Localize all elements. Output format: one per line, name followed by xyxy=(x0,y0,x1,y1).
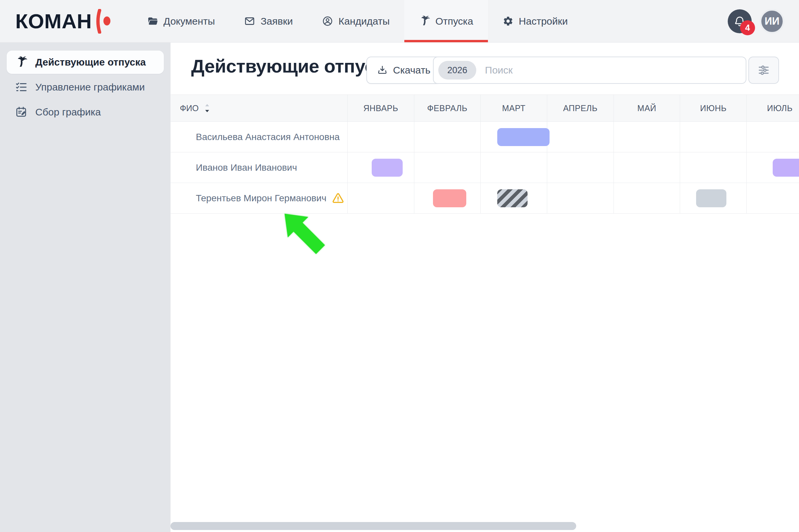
month-header: ЯНВАРЬ xyxy=(347,95,414,121)
top-actions: 4 ИИ xyxy=(728,0,784,42)
user-circle-icon xyxy=(322,16,333,26)
month-headers: ЯНВАРЬФЕВРАЛЬМАРТАПРЕЛЬМАЙИЮНЬИЮЛЬ xyxy=(347,95,799,121)
tab-documents[interactable]: Документы xyxy=(132,0,230,42)
download-button[interactable]: Скачать xyxy=(366,57,441,84)
main-nav: Документы Заявки Кандидаты xyxy=(132,0,582,42)
download-icon xyxy=(377,65,388,76)
avatar-initials: ИИ xyxy=(765,15,780,27)
page-title: Действующие отпуска xyxy=(191,56,394,77)
tab-label: Кандидаты xyxy=(339,16,390,27)
sidebar: Действующие отпуска Управление графиками… xyxy=(0,43,170,532)
sidebar-item-active-vacations[interactable]: Действующие отпуска xyxy=(7,51,164,74)
sidebar-item-label: Управление графиками xyxy=(35,81,145,93)
vacation-table: ФИО ЯНВАРЬФЕВРАЛЬМАРТАПРЕЛЬМАЙИЮНЬИЮЛЬ В… xyxy=(170,94,799,214)
folder-icon xyxy=(147,16,158,26)
tab-settings[interactable]: Настройки xyxy=(488,0,582,42)
sort-icon[interactable] xyxy=(203,103,211,113)
gear-icon xyxy=(503,16,513,26)
vacation-lane xyxy=(170,152,799,183)
vacation-lane xyxy=(170,122,799,152)
vacation-bar[interactable] xyxy=(696,189,726,207)
vacation-lane xyxy=(170,183,799,213)
palm-icon xyxy=(15,56,27,68)
month-header: МАЙ xyxy=(614,95,680,121)
schedule-edit-icon xyxy=(15,106,27,118)
month-header: ИЮНЬ xyxy=(680,95,746,121)
search-input[interactable] xyxy=(485,64,741,76)
vacation-bar[interactable] xyxy=(433,189,466,207)
sidebar-item-schedule-collection[interactable]: Сбор графика xyxy=(7,100,164,124)
notifications-button[interactable]: 4 xyxy=(728,9,752,33)
green-arrow-pointer xyxy=(279,208,329,258)
month-header: ИЮЛЬ xyxy=(746,95,799,121)
month-header: ФЕВРАЛЬ xyxy=(414,95,480,121)
filter-button[interactable] xyxy=(748,57,779,84)
brand-logo[interactable]: КОМАН xyxy=(15,0,113,42)
checklist-icon xyxy=(15,81,27,93)
year-filter-chip[interactable]: 2026 xyxy=(438,61,476,79)
tab-vacations[interactable]: Отпуска xyxy=(404,0,488,42)
vacation-bar[interactable] xyxy=(773,159,799,177)
app-window: КОМАН Документы Заявки xyxy=(0,0,799,532)
search-box: 2026 xyxy=(433,57,746,84)
table-row[interactable]: Иванов Иван Иванович xyxy=(170,152,799,183)
table-row[interactable]: Терентьев Мирон Германович xyxy=(170,183,799,214)
vacation-bar[interactable] xyxy=(497,189,528,207)
tab-label: Документы xyxy=(164,16,215,27)
horizontal-scrollbar-thumb[interactable] xyxy=(170,522,576,530)
brand-logo-text: КОМАН xyxy=(15,11,92,32)
vacation-bar[interactable] xyxy=(372,159,403,177)
avatar[interactable]: ИИ xyxy=(760,9,784,34)
notifications-badge: 4 xyxy=(740,20,755,35)
tab-label: Заявки xyxy=(260,16,293,27)
tab-label: Настройки xyxy=(519,16,568,27)
vacation-bar[interactable] xyxy=(497,128,549,146)
sliders-icon xyxy=(757,64,770,77)
envelope-icon xyxy=(244,16,255,26)
tab-label: Отпуска xyxy=(435,16,473,27)
name-column-header[interactable]: ФИО xyxy=(170,95,347,121)
sidebar-item-schedule-management[interactable]: Управление графиками xyxy=(7,76,164,99)
name-header-label: ФИО xyxy=(180,103,199,113)
table-header-row: ФИО ЯНВАРЬФЕВРАЛЬМАРТАПРЕЛЬМАЙИЮНЬИЮЛЬ xyxy=(170,94,799,122)
tab-candidates[interactable]: Кандидаты xyxy=(307,0,404,42)
brand-logo-mark-icon xyxy=(95,9,113,34)
top-navbar: КОМАН Документы Заявки xyxy=(0,0,799,43)
month-header: МАРТ xyxy=(480,95,547,121)
tab-requests[interactable]: Заявки xyxy=(230,0,307,42)
sidebar-item-label: Действующие отпуска xyxy=(35,57,146,68)
month-header: АПРЕЛЬ xyxy=(547,95,614,121)
main-content: Действующие отпуска Скачать 2026 xyxy=(170,43,799,532)
download-button-label: Скачать xyxy=(393,64,431,76)
sidebar-item-label: Сбор графика xyxy=(35,107,101,118)
table-row[interactable]: Васильева Анастасия Антоновна xyxy=(170,122,799,152)
palm-icon xyxy=(419,16,430,26)
